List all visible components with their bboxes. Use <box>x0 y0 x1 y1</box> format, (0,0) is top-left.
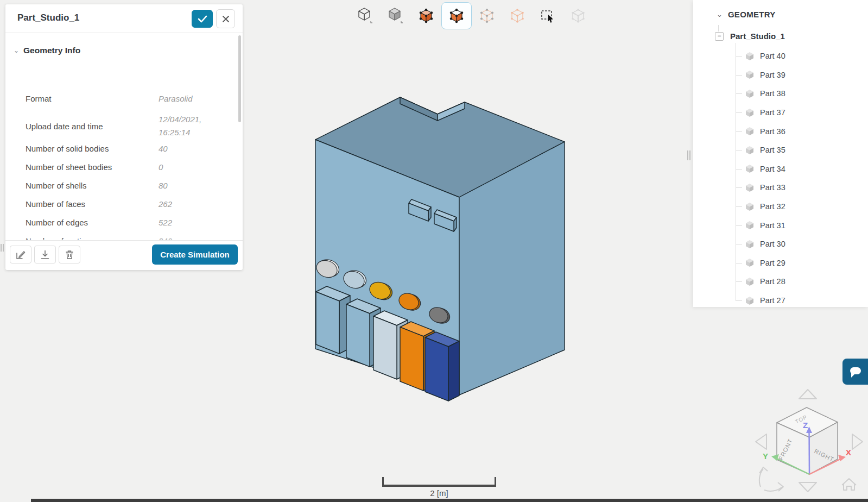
model-disc-gold[interactable] <box>367 279 395 303</box>
model-main-box[interactable] <box>315 97 565 395</box>
tree-item-part-37[interactable]: Part 37 <box>693 103 868 122</box>
nav-home-icon[interactable] <box>842 479 856 490</box>
info-row: Number of edges 522 <box>26 217 238 228</box>
chat-button[interactable] <box>842 359 868 385</box>
close-button[interactable] <box>216 9 235 28</box>
model-disc-white[interactable] <box>314 257 341 280</box>
model-right-face[interactable] <box>459 142 565 395</box>
part-cube-icon <box>745 127 754 136</box>
model-disc-orange[interactable] <box>397 291 423 313</box>
taskbar-strip <box>31 499 868 502</box>
app-background: 2 [m] TOP FRONT RIGHT Z Y X <box>0 0 868 502</box>
nav-arrow-left[interactable] <box>756 434 766 449</box>
tree-root-label: Part_Studio_1 <box>730 32 785 41</box>
nav-rotate-ccw-icon[interactable] <box>759 467 768 487</box>
right-panel-resize-handle[interactable] <box>687 150 690 160</box>
model-pillar-blue-2[interactable] <box>346 299 381 367</box>
confirm-button[interactable] <box>192 10 213 28</box>
model-tab-1[interactable] <box>409 199 431 221</box>
tree-item-part-36[interactable]: Part 36 <box>693 122 868 141</box>
collapse-icon[interactable]: − <box>715 32 724 41</box>
part-cube-icon <box>745 183 754 192</box>
detail-card-footer: Create Simulation <box>5 240 243 270</box>
select-faces-tool[interactable] <box>441 2 472 29</box>
tree-header[interactable]: ⌄ GEOMETRY <box>717 10 776 19</box>
tree-item-part-39[interactable]: Part 39 <box>693 66 868 85</box>
select-edges-tool[interactable] <box>502 2 533 29</box>
part-cube-icon <box>745 108 754 117</box>
nav-cube[interactable]: TOP FRONT RIGHT Z Y X <box>736 375 868 500</box>
pencil-icon <box>16 250 26 259</box>
isometric-view-icon <box>357 7 374 25</box>
nav-arrow-down[interactable] <box>799 482 816 492</box>
info-row: Number of sheet bodies 0 <box>26 162 238 172</box>
info-row: Number of faces 262 <box>26 199 238 209</box>
isometric-view-tool[interactable] <box>350 2 381 29</box>
select-edges-icon <box>509 8 525 24</box>
chevron-down-icon: ⌄ <box>717 10 723 18</box>
part-cube-icon <box>745 240 754 249</box>
model-notch-wall-dark[interactable] <box>400 97 438 121</box>
info-label: Upload date and time <box>26 121 159 131</box>
geometry-info-section-header[interactable]: ⌄ Geometry Info <box>14 46 80 55</box>
panel-scrollbar[interactable] <box>238 35 241 122</box>
info-label: Number of faces <box>26 199 159 209</box>
nav-rotate-cw-icon[interactable] <box>764 482 783 491</box>
part-cube-icon <box>745 202 754 211</box>
select-faces-icon <box>448 8 465 24</box>
box-select-icon <box>540 8 556 24</box>
nav-arrow-up[interactable] <box>799 390 816 399</box>
model-pillar-blue-1[interactable] <box>316 286 350 354</box>
model-pillar-darkblue[interactable] <box>425 332 459 401</box>
tree-item-part-33[interactable]: Part 33 <box>693 178 868 197</box>
tree-item-part-27[interactable]: Part 27 <box>693 291 868 310</box>
tree-root-part-studio[interactable]: − Part_Studio_1 <box>715 32 785 41</box>
detail-card-header: Part_Studio_1 <box>5 4 243 33</box>
part-cube-icon <box>745 52 754 61</box>
model-left-face[interactable] <box>315 140 459 395</box>
close-icon <box>222 15 230 23</box>
box-select-tool[interactable] <box>533 2 563 29</box>
part-cube-icon <box>745 70 754 79</box>
page-title: Part_Studio_1 <box>17 12 79 23</box>
info-row: Number of shells 80 <box>26 180 238 191</box>
model-tab-2[interactable] <box>434 210 457 231</box>
tree-item-part-30[interactable]: Part 30 <box>693 235 868 254</box>
model-top-face[interactable] <box>315 97 565 197</box>
model-notch-wall-light[interactable] <box>438 102 465 121</box>
tree-item-part-38[interactable]: Part 38 <box>693 84 868 103</box>
create-simulation-button[interactable]: Create Simulation <box>152 244 238 265</box>
info-row: Number of solid bodies 40 <box>26 143 238 154</box>
part-cube-icon <box>745 164 754 173</box>
scale-bar <box>382 477 496 487</box>
part-cube-icon <box>745 296 754 305</box>
shaded-view-tool[interactable] <box>381 2 411 29</box>
info-label: Number of solid bodies <box>26 143 159 154</box>
tree-item-part-28[interactable]: Part 28 <box>693 272 868 291</box>
model-disc-gray[interactable] <box>427 305 452 326</box>
select-vertices-tool[interactable] <box>472 2 502 29</box>
download-button[interactable] <box>34 246 56 263</box>
info-value: 80 <box>159 180 235 191</box>
tree-connector <box>718 25 719 32</box>
mesh-view-icon <box>570 8 586 24</box>
part-cube-icon <box>745 146 754 155</box>
axis-x-label: X <box>846 448 851 457</box>
delete-button[interactable] <box>59 246 80 263</box>
edit-button[interactable] <box>10 246 31 263</box>
tree-item-part-31[interactable]: Part 31 <box>693 216 868 235</box>
tree-item-part-34[interactable]: Part 34 <box>693 160 868 179</box>
model-pillar-pale[interactable] <box>373 311 408 379</box>
part-cube-icon <box>745 277 754 286</box>
mesh-view-tool[interactable] <box>563 2 593 29</box>
tree-item-part-32[interactable]: Part 32 <box>693 197 868 216</box>
left-panel-resize-handle[interactable] <box>1 244 4 252</box>
nav-arrow-right[interactable] <box>852 434 863 449</box>
model-pillar-orange[interactable] <box>400 322 434 391</box>
select-bodies-tool[interactable] <box>411 2 441 29</box>
tree-item-part-40[interactable]: Part 40 <box>693 47 868 66</box>
model-disc-lightblue[interactable] <box>341 268 369 291</box>
tree-header-label: GEOMETRY <box>728 10 776 19</box>
tree-item-part-29[interactable]: Part 29 <box>693 254 868 273</box>
tree-item-part-35[interactable]: Part 35 <box>693 141 868 160</box>
